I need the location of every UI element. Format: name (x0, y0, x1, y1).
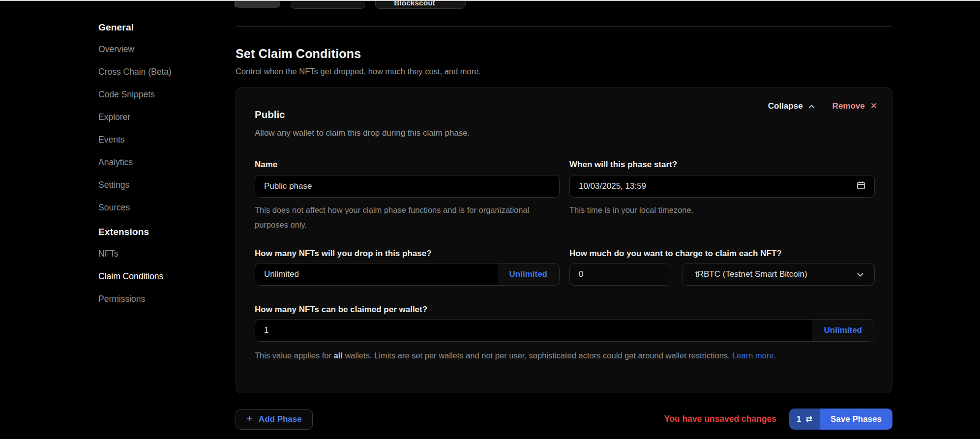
currency-select-value: tRBTC (Testnet Smart Bitcoin) (695, 269, 857, 279)
clipped-top-button[interactable] (235, 0, 281, 9)
per-wallet-helper: This value applies for all wallets. Limi… (255, 348, 845, 363)
page-subtitle: Control when the NFTs get dropped, how m… (236, 67, 481, 76)
sidebar-item-permissions[interactable]: Permissions (98, 294, 221, 304)
name-field-label: Name (255, 160, 277, 170)
per-wallet-helper-suffix: . (774, 351, 776, 360)
phase-count-value: 1 (797, 414, 801, 424)
start-time-label: When will this phase start? (569, 160, 677, 170)
sidebar-item-settings[interactable]: Settings (98, 180, 221, 190)
start-time-value: 10/03/2025, 13:59 (579, 181, 857, 191)
per-wallet-helper-prefix: This value applies for (255, 351, 334, 360)
supply-input-group: Unlimited (255, 263, 560, 286)
phase-name-input[interactable] (255, 175, 560, 198)
swap-arrows-icon: ⇄ (805, 414, 812, 424)
sidebar-item-explorer[interactable]: Explorer (98, 112, 221, 122)
sidebar-item-analytics[interactable]: Analytics (98, 157, 221, 167)
plus-icon: + (246, 413, 253, 424)
sidebar-item-nfts[interactable]: NFTs (98, 249, 221, 259)
sidebar-section-general: General Overview Cross Chain (Beta) Code… (98, 22, 221, 212)
close-icon: ✕ (870, 101, 877, 111)
claim-conditions-page: General Overview Cross Chain (Beta) Code… (0, 0, 980, 439)
sidebar-item-sources[interactable]: Sources (98, 203, 221, 212)
sidebar-item-code-snippets[interactable]: Code Snippets (98, 89, 221, 99)
per-wallet-unlimited-button[interactable]: Unlimited (812, 320, 874, 341)
sidebar-item-cross-chain[interactable]: Cross Chain (Beta) (98, 67, 221, 77)
name-field-helper: This does not affect how your claim phas… (255, 203, 530, 232)
claim-phase-card: Public Allow any wallet to claim this dr… (236, 88, 892, 393)
currency-select[interactable]: tRBTC (Testnet Smart Bitcoin) (682, 263, 875, 286)
block-explorer-button[interactable]: Rootstock Blockscout (375, 0, 466, 9)
supply-unlimited-button[interactable]: Unlimited (498, 263, 559, 285)
chevron-down-icon (857, 269, 863, 279)
phase-title: Public (255, 109, 285, 120)
main-content: 0xeDcc...406e9 Rootstock Blockscout Set … (236, 0, 893, 439)
add-phase-label: Add Phase (259, 414, 302, 424)
save-split-button: 1 ⇄ Save Phases (789, 409, 892, 430)
top-edge-highlight (0, 0, 980, 1)
per-wallet-input[interactable] (255, 320, 812, 341)
price-field-label: How much do you want to charge to claim … (569, 249, 782, 259)
phase-card-actions: Collapse Remove ✕ (768, 101, 877, 111)
sidebar: General Overview Cross Chain (Beta) Code… (98, 22, 221, 317)
phase-count-button[interactable]: 1 ⇄ (789, 409, 820, 430)
supply-field-label: How many NFTs will you drop in this phas… (255, 249, 432, 259)
remove-button[interactable]: Remove ✕ (832, 101, 877, 111)
page-title: Set Claim Conditions (236, 47, 361, 61)
collapse-label: Collapse (768, 101, 803, 111)
start-time-helper: This time is in your local timezone. (569, 203, 864, 217)
start-time-input[interactable]: 10/03/2025, 13:59 (569, 175, 875, 198)
contract-address-button[interactable]: 0xeDcc...406e9 (291, 0, 365, 9)
footer-actions: You have unsaved changes 1 ⇄ Save Phases (664, 409, 892, 430)
per-wallet-input-group: Unlimited (255, 319, 874, 342)
section-divider (236, 26, 892, 27)
chevron-up-icon (808, 101, 815, 111)
save-phases-button[interactable]: Save Phases (820, 409, 892, 430)
per-wallet-helper-middle: wallets. Limits are set per wallets and … (343, 351, 732, 360)
sidebar-item-claim-conditions[interactable]: Claim Conditions (98, 271, 221, 281)
unsaved-changes-message: You have unsaved changes (664, 414, 776, 424)
per-wallet-helper-bold: all (334, 351, 343, 360)
sidebar-section-title-extensions: Extensions (98, 227, 221, 237)
sidebar-section-title-general: General (98, 22, 221, 33)
supply-input[interactable] (255, 263, 498, 285)
per-wallet-field-label: How many NFTs can be claimed per wallet? (255, 305, 427, 315)
collapse-button[interactable]: Collapse (768, 101, 815, 111)
add-phase-button[interactable]: + Add Phase (236, 409, 313, 430)
learn-more-link[interactable]: Learn more (732, 351, 773, 360)
sidebar-section-extensions: Extensions NFTs Claim Conditions Permiss… (98, 227, 221, 304)
calendar-icon (857, 181, 865, 192)
sidebar-item-overview[interactable]: Overview (98, 44, 221, 54)
phase-description: Allow any wallet to claim this drop duri… (255, 128, 470, 138)
remove-label: Remove (832, 101, 865, 111)
price-amount-input[interactable] (569, 263, 670, 286)
sidebar-item-events[interactable]: Events (98, 135, 221, 145)
block-explorer-label: Rootstock Blockscout (381, 0, 448, 7)
